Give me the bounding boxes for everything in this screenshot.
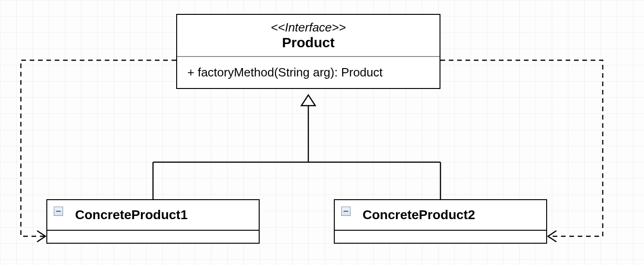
class-name: Product	[177, 35, 440, 56]
class-body	[335, 230, 546, 243]
stereotype-label: <<Interface>>	[177, 15, 440, 35]
class-concreteproduct1[interactable]: ConcreteProduct1	[46, 199, 260, 244]
svg-marker-1	[301, 95, 315, 106]
method-signature: + factoryMethod(String arg): Product	[177, 57, 440, 88]
class-name: ConcreteProduct2	[335, 200, 546, 230]
collapse-icon[interactable]	[54, 207, 63, 216]
class-product[interactable]: <<Interface>> Product + factoryMethod(St…	[176, 14, 440, 89]
class-concreteproduct2[interactable]: ConcreteProduct2	[334, 199, 547, 244]
class-name: ConcreteProduct1	[47, 200, 259, 230]
class-body	[47, 230, 259, 243]
collapse-icon[interactable]	[341, 207, 351, 216]
uml-diagram: <<Interface>> Product + factoryMethod(St…	[0, 0, 644, 265]
